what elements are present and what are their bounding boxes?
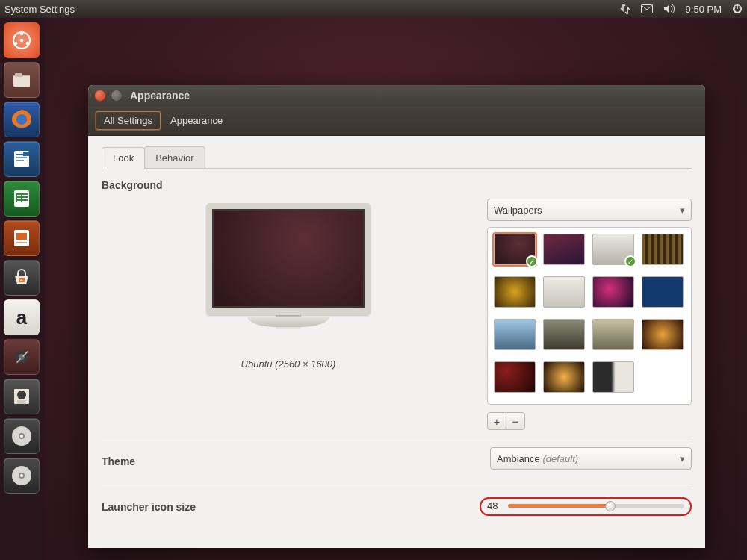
theme-dropdown[interactable]: Ambiance (default) — [490, 447, 692, 470]
launcher-size-row: Launcher icon size 48 — [102, 488, 692, 520]
clock[interactable]: 9:50 PM — [686, 4, 722, 15]
slider-thumb[interactable] — [605, 501, 616, 511]
svg-rect-14 — [16, 157, 27, 158]
sound-icon[interactable] — [663, 4, 675, 14]
background-label: Background — [102, 179, 692, 191]
monitor-preview — [206, 203, 371, 315]
svg-point-4 — [14, 42, 17, 45]
breadcrumb-root[interactable]: All Settings — [96, 111, 161, 130]
wallpaper-picker: Wallpapers ✓ ✓ — [487, 199, 692, 430]
wallpaper-thumb[interactable] — [543, 361, 585, 393]
launcher-size-slider-highlight: 48 — [480, 497, 692, 516]
svg-rect-8 — [13, 76, 30, 87]
launcher-dvd1[interactable] — [4, 418, 40, 454]
svg-point-31 — [17, 391, 26, 399]
breadcrumb-toolbar: All Settings Appearance — [88, 106, 705, 136]
launcher-size-slider[interactable] — [508, 504, 684, 508]
launcher-amazon[interactable]: a — [4, 299, 40, 335]
panel-title: System Settings — [4, 4, 620, 15]
svg-point-3 — [20, 32, 23, 35]
preview-caption: Ubuntu (2560 × 1600) — [241, 358, 336, 370]
tab-look[interactable]: Look — [102, 147, 145, 169]
wallpaper-thumb[interactable] — [592, 276, 634, 308]
wallpaper-thumb[interactable] — [543, 319, 585, 350]
close-button[interactable] — [94, 90, 106, 102]
wallpaper-thumb[interactable] — [543, 234, 585, 265]
launcher-impress[interactable] — [4, 220, 40, 256]
svg-rect-21 — [16, 193, 17, 202]
wallpaper-thumb[interactable] — [543, 276, 585, 308]
window-content: Look Behavior Background Ubuntu (2560 × … — [88, 136, 705, 548]
launcher-size-label: Launcher icon size — [102, 501, 490, 513]
theme-row: Theme Ambiance (default) — [102, 438, 692, 480]
wallpaper-thumb[interactable]: ✓ — [494, 234, 536, 265]
svg-rect-24 — [16, 233, 27, 240]
top-panel: System Settings 9:50 PM — [0, 0, 747, 18]
wallpaper-grid: ✓ ✓ — [487, 227, 692, 405]
check-icon: ✓ — [526, 255, 538, 267]
add-wallpaper-button[interactable]: + — [487, 412, 506, 430]
remove-wallpaper-button[interactable]: − — [506, 412, 525, 430]
svg-point-5 — [26, 42, 29, 45]
svg-point-6 — [20, 39, 23, 42]
wallpaper-thumb[interactable] — [592, 361, 634, 393]
mail-icon[interactable] — [641, 4, 653, 13]
launcher-files[interactable] — [4, 62, 40, 98]
svg-rect-9 — [15, 73, 22, 77]
svg-text:A: A — [20, 278, 24, 282]
launcher-firefox[interactable] — [4, 102, 40, 137]
tab-behavior[interactable]: Behavior — [144, 146, 205, 168]
network-icon[interactable] — [620, 4, 630, 14]
launcher-software[interactable]: A — [4, 260, 40, 296]
theme-label: Theme — [102, 455, 490, 467]
svg-point-11 — [16, 114, 27, 125]
svg-rect-16 — [23, 152, 29, 156]
launcher-disk[interactable] — [4, 379, 40, 414]
svg-rect-25 — [16, 242, 27, 243]
check-icon: ✓ — [624, 255, 636, 267]
wallpaper-thumb[interactable]: ✓ — [592, 234, 634, 265]
wallpaper-thumb[interactable] — [642, 276, 684, 308]
wallpaper-thumb[interactable] — [642, 234, 684, 265]
wallpaper-thumb[interactable] — [592, 319, 634, 350]
launcher-dash[interactable] — [4, 22, 40, 58]
svg-rect-15 — [16, 160, 24, 161]
add-remove-buttons: + − — [487, 412, 692, 430]
minimize-button[interactable] — [111, 90, 123, 102]
panel-indicators: 9:50 PM — [620, 4, 743, 15]
breadcrumb-current[interactable]: Appearance — [162, 111, 231, 130]
launcher-calc[interactable] — [4, 181, 40, 217]
source-dropdown[interactable]: Wallpapers — [487, 199, 692, 221]
wallpaper-preview: Ubuntu (2560 × 1600) — [102, 199, 475, 430]
svg-point-38 — [20, 474, 23, 477]
power-icon[interactable] — [732, 4, 743, 14]
wallpaper-thumb[interactable] — [494, 361, 536, 393]
window-title: Appearance — [130, 90, 190, 102]
window-titlebar[interactable]: Appearance — [88, 85, 705, 106]
svg-rect-22 — [21, 193, 22, 202]
slider-value: 48 — [487, 500, 502, 511]
appearance-window: Appearance All Settings Appearance Look … — [88, 85, 705, 548]
svg-rect-0 — [641, 5, 652, 13]
wallpaper-thumb[interactable] — [494, 276, 536, 308]
wallpaper-thumb[interactable] — [494, 319, 536, 350]
svg-rect-32 — [17, 400, 26, 404]
launcher-writer[interactable] — [4, 141, 40, 177]
launcher-dvd2[interactable] — [4, 458, 40, 494]
launcher: A a — [0, 18, 45, 560]
tabs: Look Behavior — [102, 146, 692, 169]
launcher-settings[interactable] — [4, 339, 40, 375]
wallpaper-thumb[interactable] — [642, 319, 684, 350]
svg-point-35 — [20, 435, 23, 438]
